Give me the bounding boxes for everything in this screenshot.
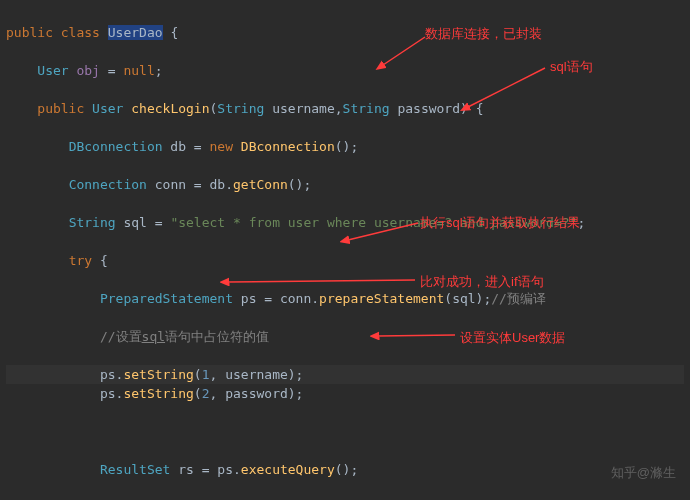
code-line: ResultSet rs = ps.executeQuery();: [6, 460, 684, 479]
code-line: ps.setString(2, password);: [6, 384, 684, 403]
code-line: PreparedStatement ps = conn.prepareState…: [6, 289, 684, 308]
code-line: String sql = "select * from user where u…: [6, 213, 684, 232]
code-line: DBconnection db = new DBconnection();: [6, 137, 684, 156]
code-line: Connection conn = db.getConn();: [6, 175, 684, 194]
code-line: public class UserDao {: [6, 23, 684, 42]
code-line: //设置sql语句中占位符的值: [6, 327, 684, 346]
code-line: [6, 422, 684, 441]
code-line: try {: [6, 251, 684, 270]
code-line: User obj = null;: [6, 61, 684, 80]
code-line: public User checkLogin(String username,S…: [6, 99, 684, 118]
code-editor: public class UserDao { User obj = null; …: [6, 4, 684, 500]
code-line: ps.setString(1, username);: [6, 365, 684, 384]
watermark: 知乎@滌生: [611, 463, 676, 482]
